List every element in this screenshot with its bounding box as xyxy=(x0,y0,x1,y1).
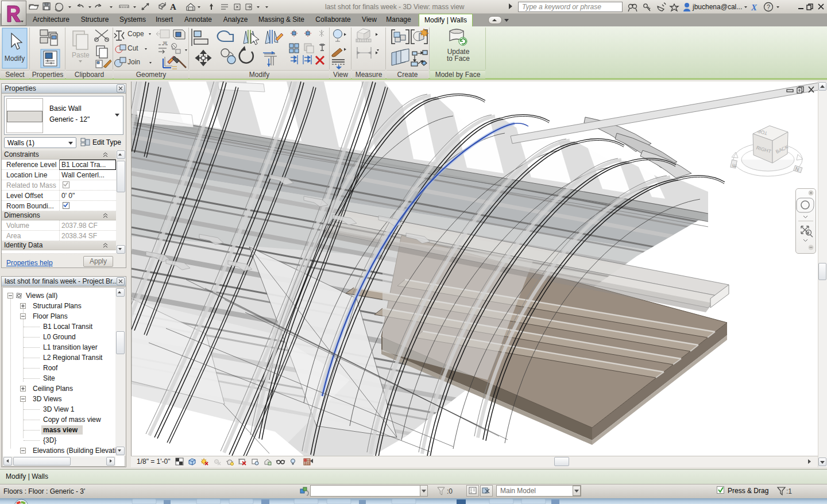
svg-text::0: :0 xyxy=(447,487,453,495)
svg-text:A: A xyxy=(170,2,176,11)
svg-text:W: W xyxy=(163,41,167,45)
svg-text:?: ? xyxy=(767,3,770,10)
svg-text:X: X xyxy=(751,3,758,12)
svg-text:jbuchena@cal...: jbuchena@cal... xyxy=(692,3,742,11)
svg-text::1: :1 xyxy=(786,487,792,495)
